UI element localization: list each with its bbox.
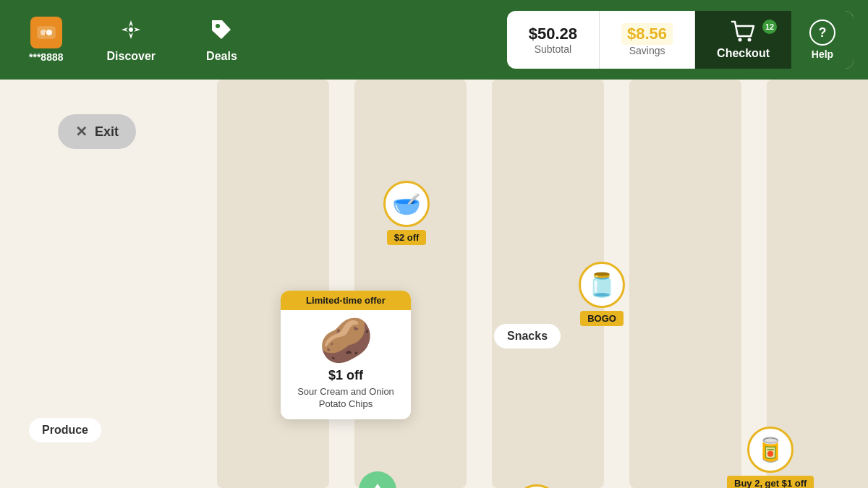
deal-pin-2-label: BOGO <box>580 311 624 326</box>
help-button[interactable]: ? Help <box>791 11 854 69</box>
deal-pin-1-emoji: 🥣 <box>392 192 421 215</box>
help-icon: ? <box>809 20 835 46</box>
savings-section: $8.56 Savings <box>600 11 695 69</box>
cart-icon <box>731 20 757 47</box>
deal-pin-2-circle: 🫙 <box>579 262 625 308</box>
popup-banner: Limited-time offer <box>281 291 411 310</box>
aisle-2 <box>354 80 467 488</box>
checkout-badge: 12 <box>762 20 777 34</box>
subtotal-section: $50.28 Subtotal <box>507 11 600 69</box>
subtotal-amount: $50.28 <box>529 25 577 43</box>
product-popup[interactable]: Limited-time offer 🥔 $1 off Sour Cream a… <box>281 291 411 419</box>
discover-nav[interactable]: Discover <box>85 17 178 63</box>
svg-point-6 <box>738 38 741 41</box>
deal-pin-3[interactable]: 🫙 $1 off <box>514 484 560 488</box>
svg-point-7 <box>747 38 751 41</box>
help-label: Help <box>812 48 833 60</box>
deal-pin-4-circle: 🥫 <box>747 427 793 473</box>
savings-label: Savings <box>629 45 665 56</box>
app-header: L ***8888 Discover Deals <box>0 0 868 80</box>
popup-discount: $1 off <box>328 368 363 383</box>
nav-arrow-icon <box>369 484 386 488</box>
deals-icon <box>209 17 234 47</box>
snacks-label: Snacks <box>494 324 561 348</box>
deals-nav[interactable]: Deals <box>184 17 259 63</box>
deal-pin-4-emoji: 🥫 <box>756 438 785 461</box>
checkout-label: Checkout <box>717 47 770 60</box>
aisle-1 <box>217 80 329 488</box>
popup-body: 🥔 $1 off Sour Cream and Onion Potato Chi… <box>281 310 411 419</box>
svg-point-4 <box>129 27 133 32</box>
loyalty-card-icon: L <box>30 17 62 48</box>
deal-pin-1-label: $2 off <box>387 230 427 245</box>
produce-label: Produce <box>29 418 101 442</box>
svg-point-5 <box>216 24 220 28</box>
checkout-button[interactable]: 12 Checkout <box>695 11 791 69</box>
deal-pin-2-emoji: 🫙 <box>587 273 616 296</box>
aisle-4 <box>629 80 741 488</box>
exit-x-icon: ✕ <box>75 123 88 140</box>
deal-pin-2[interactable]: 🫙 BOGO <box>579 262 625 326</box>
deal-pin-1[interactable]: 🥣 $2 off <box>383 181 430 245</box>
popup-product-name: Sour Cream and Onion Potato Chips <box>289 386 402 411</box>
deal-pin-4[interactable]: 🥫 Buy 2, get $1 off <box>727 427 814 488</box>
exit-button[interactable]: ✕ Exit <box>58 114 136 149</box>
store-map: ✕ Exit Snacks Produce 🥣 $2 off 🫙 BOGO 🫙 … <box>0 80 868 488</box>
svg-text:L: L <box>44 30 48 37</box>
header-right-panel: $50.28 Subtotal $8.56 Savings 12 Checkou… <box>507 11 854 69</box>
deal-pin-4-label: Buy 2, get $1 off <box>727 476 814 488</box>
deals-label: Deals <box>206 50 237 63</box>
card-number: ***8888 <box>29 51 64 63</box>
subtotal-label: Subtotal <box>535 43 571 55</box>
exit-label: Exit <box>95 124 119 140</box>
deal-pin-1-circle: 🥣 <box>383 181 430 227</box>
popup-product-icon: 🥔 <box>319 319 373 362</box>
deal-pin-3-circle: 🫙 <box>514 484 560 488</box>
discover-label: Discover <box>107 50 156 63</box>
loyalty-card[interactable]: L ***8888 <box>14 17 78 63</box>
savings-amount: $8.56 <box>621 23 673 45</box>
discover-icon <box>119 17 143 47</box>
